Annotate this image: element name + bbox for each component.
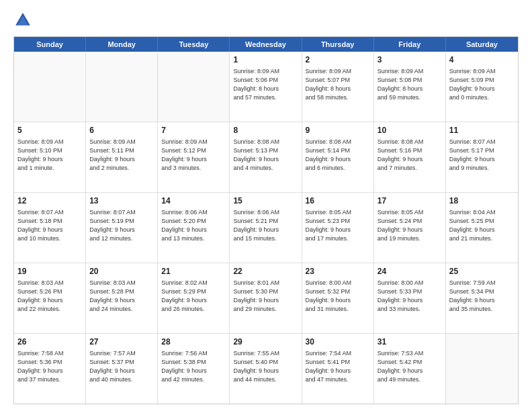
calendar-row-1: 1Sunrise: 8:09 AM Sunset: 5:06 PM Daylig…	[14, 52, 518, 122]
cell-details: Sunrise: 8:07 AM Sunset: 5:17 PM Dayligh…	[449, 138, 515, 173]
day-number: 11	[449, 125, 515, 136]
logo-icon	[13, 11, 32, 30]
day-number: 31	[378, 336, 442, 348]
calendar-cell: 15Sunrise: 8:06 AM Sunset: 5:21 PM Dayli…	[230, 193, 302, 263]
day-number: 20	[89, 266, 154, 277]
cell-details: Sunrise: 8:00 AM Sunset: 5:32 PM Dayligh…	[306, 279, 370, 314]
header-day-friday: Friday	[374, 37, 446, 52]
cell-details: Sunrise: 8:05 AM Sunset: 5:23 PM Dayligh…	[306, 208, 370, 243]
calendar: SundayMondayTuesdayWednesdayThursdayFrid…	[13, 36, 519, 404]
cell-details: Sunrise: 7:54 AM Sunset: 5:41 PM Dayligh…	[306, 349, 370, 384]
calendar-cell: 11Sunrise: 8:07 AM Sunset: 5:17 PM Dayli…	[446, 122, 518, 192]
header-day-monday: Monday	[86, 37, 158, 52]
cell-details: Sunrise: 8:09 AM Sunset: 5:08 PM Dayligh…	[378, 67, 442, 102]
calendar-cell	[446, 334, 518, 404]
cell-details: Sunrise: 8:07 AM Sunset: 5:18 PM Dayligh…	[17, 208, 82, 243]
day-number: 21	[161, 266, 226, 277]
day-number: 14	[161, 195, 226, 207]
cell-details: Sunrise: 7:58 AM Sunset: 5:36 PM Dayligh…	[17, 349, 82, 384]
cell-details: Sunrise: 8:09 AM Sunset: 5:12 PM Dayligh…	[161, 138, 226, 173]
calendar-cell: 23Sunrise: 8:00 AM Sunset: 5:32 PM Dayli…	[302, 263, 374, 333]
day-number: 27	[89, 336, 154, 348]
page-header	[13, 11, 519, 30]
calendar-cell: 1Sunrise: 8:09 AM Sunset: 5:06 PM Daylig…	[230, 52, 302, 122]
calendar-cell: 12Sunrise: 8:07 AM Sunset: 5:18 PM Dayli…	[14, 193, 86, 263]
cell-details: Sunrise: 8:00 AM Sunset: 5:33 PM Dayligh…	[378, 279, 442, 314]
cell-details: Sunrise: 8:04 AM Sunset: 5:25 PM Dayligh…	[449, 208, 515, 243]
day-number: 16	[306, 195, 370, 207]
calendar-cell	[14, 52, 86, 122]
cell-details: Sunrise: 8:08 AM Sunset: 5:14 PM Dayligh…	[306, 138, 370, 173]
day-number: 1	[233, 54, 298, 66]
cell-details: Sunrise: 8:09 AM Sunset: 5:09 PM Dayligh…	[449, 67, 515, 102]
cell-details: Sunrise: 8:06 AM Sunset: 5:20 PM Dayligh…	[161, 208, 226, 243]
calendar-cell	[158, 52, 230, 122]
calendar-cell: 2Sunrise: 8:09 AM Sunset: 5:07 PM Daylig…	[302, 52, 374, 122]
cell-details: Sunrise: 8:09 AM Sunset: 5:11 PM Dayligh…	[89, 138, 154, 173]
cell-details: Sunrise: 8:06 AM Sunset: 5:21 PM Dayligh…	[233, 208, 298, 243]
cell-details: Sunrise: 7:57 AM Sunset: 5:37 PM Dayligh…	[89, 349, 154, 384]
calendar-cell: 20Sunrise: 8:03 AM Sunset: 5:28 PM Dayli…	[86, 263, 158, 333]
calendar-cell: 8Sunrise: 8:08 AM Sunset: 5:13 PM Daylig…	[230, 122, 302, 192]
calendar-cell: 17Sunrise: 8:05 AM Sunset: 5:24 PM Dayli…	[374, 193, 446, 263]
cell-details: Sunrise: 8:08 AM Sunset: 5:13 PM Dayligh…	[233, 138, 298, 173]
day-number: 22	[233, 266, 298, 277]
logo	[13, 11, 35, 30]
cell-details: Sunrise: 8:09 AM Sunset: 5:07 PM Dayligh…	[306, 67, 370, 102]
calendar-row-4: 19Sunrise: 8:03 AM Sunset: 5:26 PM Dayli…	[14, 263, 518, 334]
header-day-sunday: Sunday	[14, 37, 86, 52]
cell-details: Sunrise: 8:09 AM Sunset: 5:06 PM Dayligh…	[233, 67, 298, 102]
calendar-cell: 16Sunrise: 8:05 AM Sunset: 5:23 PM Dayli…	[302, 193, 374, 263]
calendar-cell: 14Sunrise: 8:06 AM Sunset: 5:20 PM Dayli…	[158, 193, 230, 263]
day-number: 30	[306, 336, 370, 348]
calendar-cell: 13Sunrise: 8:07 AM Sunset: 5:19 PM Dayli…	[86, 193, 158, 263]
day-number: 13	[89, 195, 154, 207]
day-number: 26	[17, 336, 82, 348]
calendar-cell: 27Sunrise: 7:57 AM Sunset: 5:37 PM Dayli…	[86, 334, 158, 404]
cell-details: Sunrise: 7:53 AM Sunset: 5:42 PM Dayligh…	[378, 349, 442, 384]
calendar-cell: 28Sunrise: 7:56 AM Sunset: 5:38 PM Dayli…	[158, 334, 230, 404]
cell-details: Sunrise: 8:03 AM Sunset: 5:28 PM Dayligh…	[89, 279, 154, 314]
header-day-wednesday: Wednesday	[230, 37, 302, 52]
cell-details: Sunrise: 7:55 AM Sunset: 5:40 PM Dayligh…	[233, 349, 298, 384]
day-number: 12	[17, 195, 82, 207]
calendar-row-2: 5Sunrise: 8:09 AM Sunset: 5:10 PM Daylig…	[14, 122, 518, 193]
day-number: 15	[233, 195, 298, 207]
day-number: 28	[161, 336, 226, 348]
calendar-cell: 25Sunrise: 7:59 AM Sunset: 5:34 PM Dayli…	[446, 263, 518, 333]
cell-details: Sunrise: 8:05 AM Sunset: 5:24 PM Dayligh…	[378, 208, 442, 243]
calendar-cell: 10Sunrise: 8:08 AM Sunset: 5:16 PM Dayli…	[374, 122, 446, 192]
day-number: 7	[161, 125, 226, 136]
day-number: 25	[449, 266, 515, 277]
day-number: 9	[306, 125, 370, 136]
cell-details: Sunrise: 8:01 AM Sunset: 5:30 PM Dayligh…	[233, 279, 298, 314]
calendar-cell: 7Sunrise: 8:09 AM Sunset: 5:12 PM Daylig…	[158, 122, 230, 192]
calendar-cell: 5Sunrise: 8:09 AM Sunset: 5:10 PM Daylig…	[14, 122, 86, 192]
calendar-header-row: SundayMondayTuesdayWednesdayThursdayFrid…	[14, 37, 518, 52]
cell-details: Sunrise: 8:03 AM Sunset: 5:26 PM Dayligh…	[17, 279, 82, 314]
calendar-cell: 18Sunrise: 8:04 AM Sunset: 5:25 PM Dayli…	[446, 193, 518, 263]
header-day-tuesday: Tuesday	[158, 37, 230, 52]
calendar-cell: 6Sunrise: 8:09 AM Sunset: 5:11 PM Daylig…	[86, 122, 158, 192]
header-day-saturday: Saturday	[446, 37, 518, 52]
day-number: 3	[378, 54, 442, 66]
calendar-cell: 9Sunrise: 8:08 AM Sunset: 5:14 PM Daylig…	[302, 122, 374, 192]
day-number: 8	[233, 125, 298, 136]
day-number: 23	[306, 266, 370, 277]
calendar-cell: 21Sunrise: 8:02 AM Sunset: 5:29 PM Dayli…	[158, 263, 230, 333]
cell-details: Sunrise: 8:09 AM Sunset: 5:10 PM Dayligh…	[17, 138, 82, 173]
day-number: 4	[449, 54, 515, 66]
day-number: 2	[306, 54, 370, 66]
calendar-body: 1Sunrise: 8:09 AM Sunset: 5:06 PM Daylig…	[14, 52, 518, 404]
calendar-row-5: 26Sunrise: 7:58 AM Sunset: 5:36 PM Dayli…	[14, 334, 518, 404]
day-number: 5	[17, 125, 82, 136]
day-number: 6	[89, 125, 154, 136]
day-number: 24	[378, 266, 442, 277]
cell-details: Sunrise: 8:02 AM Sunset: 5:29 PM Dayligh…	[161, 279, 226, 314]
header-day-thursday: Thursday	[302, 37, 374, 52]
calendar-row-3: 12Sunrise: 8:07 AM Sunset: 5:18 PM Dayli…	[14, 193, 518, 263]
day-number: 10	[378, 125, 442, 136]
day-number: 19	[17, 266, 82, 277]
day-number: 29	[233, 336, 298, 348]
calendar-cell: 22Sunrise: 8:01 AM Sunset: 5:30 PM Dayli…	[230, 263, 302, 333]
